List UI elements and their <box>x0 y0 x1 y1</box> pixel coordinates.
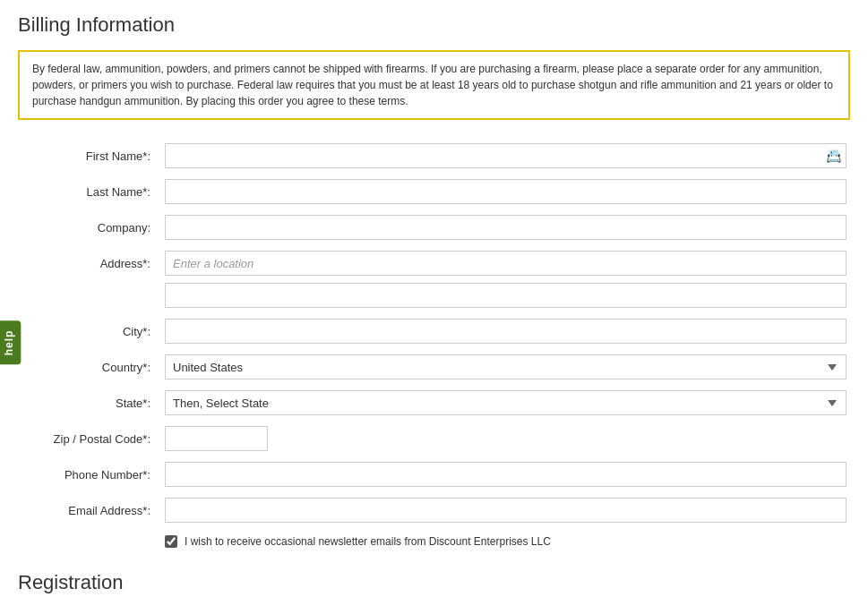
newsletter-label: I wish to receive occasional newsletter … <box>185 535 551 548</box>
country-row: Country*: United States <box>18 349 850 385</box>
company-input[interactable] <box>165 215 847 240</box>
state-row: State*: Then, Select State <box>18 385 850 421</box>
page-title: Billing Information <box>18 13 850 37</box>
zip-row: Zip / Postal Code*: <box>18 421 850 456</box>
company-label: Company: <box>98 221 150 235</box>
first-name-row: First Name*: 📇 <box>18 138 850 174</box>
form-table: First Name*: 📇 Last Name*: <box>18 138 850 553</box>
state-label: State*: <box>116 397 150 410</box>
billing-form: First Name*: 📇 Last Name*: <box>18 138 850 553</box>
last-name-input[interactable] <box>165 179 847 204</box>
address-line2-input[interactable] <box>165 283 847 308</box>
phone-row: Phone Number*: <box>18 456 850 492</box>
company-row: Company: <box>18 209 850 245</box>
registration-title: Registration <box>18 571 850 594</box>
city-label: City*: <box>123 325 150 338</box>
first-name-label: First Name*: <box>86 149 150 163</box>
email-label: Email Address*: <box>68 504 150 517</box>
country-label: Country*: <box>102 361 150 374</box>
email-row: Email Address*: <box>18 492 850 528</box>
zip-label: Zip / Postal Code*: <box>54 432 150 446</box>
country-select[interactable]: United States <box>165 354 847 380</box>
city-row: City*: <box>18 313 850 349</box>
newsletter-row: I wish to receive occasional newsletter … <box>18 528 850 553</box>
phone-label: Phone Number*: <box>64 468 150 482</box>
address-row-1: Address*: <box>18 245 850 281</box>
email-input[interactable] <box>165 498 847 523</box>
help-button[interactable]: help <box>0 321 21 365</box>
address-row-2 <box>18 281 850 313</box>
first-name-input[interactable] <box>165 143 847 168</box>
phone-input[interactable] <box>165 462 847 487</box>
address-line1-input[interactable] <box>165 251 847 276</box>
address-label: Address*: <box>100 257 150 270</box>
last-name-row: Last Name*: <box>18 174 850 209</box>
alert-text: By federal law, ammunition, powders, and… <box>32 63 833 107</box>
newsletter-checkbox[interactable] <box>165 535 177 548</box>
state-select[interactable]: Then, Select State <box>165 390 847 415</box>
last-name-label: Last Name*: <box>86 185 150 199</box>
contact-card-icon: 📇 <box>826 149 841 163</box>
zip-input[interactable] <box>165 426 268 451</box>
city-input[interactable] <box>165 319 847 344</box>
federal-law-alert: By federal law, ammunition, powders, and… <box>18 50 850 120</box>
